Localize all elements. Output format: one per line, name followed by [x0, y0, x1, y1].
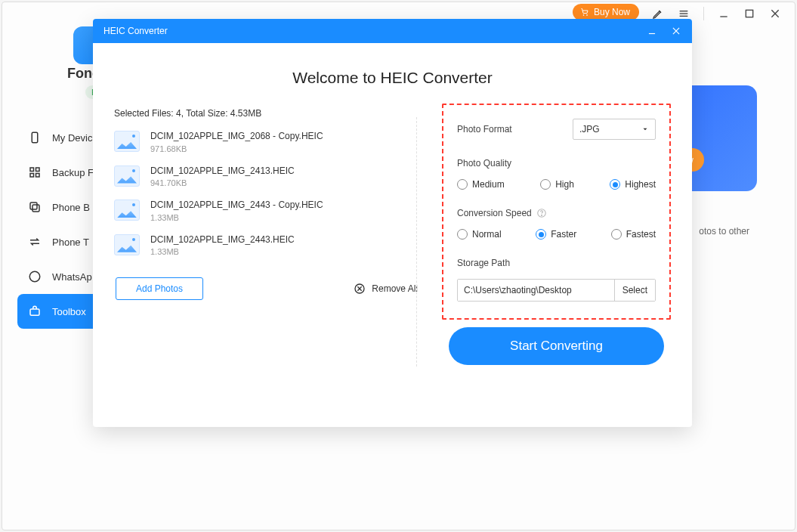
speed-option-fastest[interactable]: Fastest: [611, 229, 656, 240]
toolbox-icon: [28, 305, 42, 318]
edit-icon[interactable]: [652, 8, 664, 20]
speed-option-faster[interactable]: Faster: [536, 229, 576, 240]
grid-icon: [28, 165, 42, 179]
radio-icon: [610, 179, 620, 190]
svg-rect-13: [36, 174, 40, 178]
sidebar-item-label: Backup F: [52, 167, 94, 178]
svg-rect-17: [30, 309, 39, 315]
sidebar-item-label: WhatsAp: [52, 271, 92, 283]
file-row[interactable]: DCIM_102APPLE_IMG_2443.HEIC 1.33MB: [114, 230, 422, 264]
file-size: 1.33MB: [150, 213, 323, 222]
modal-minimize-icon[interactable]: [647, 26, 657, 36]
phone-icon: [28, 131, 42, 144]
storage-path-input[interactable]: [458, 280, 614, 301]
help-icon[interactable]: [536, 208, 547, 218]
file-name: DCIM_102APPLE_IMG_2443 - Copy.HEIC: [150, 200, 323, 212]
file-name: DCIM_102APPLE_IMG_2413.HEIC: [150, 165, 295, 178]
quality-option-high[interactable]: High: [540, 179, 574, 190]
divider: [703, 7, 704, 20]
radio-icon: [457, 179, 468, 190]
sidebar-item-label: My Devic: [52, 132, 92, 144]
radio-icon: [540, 179, 551, 190]
buy-now-label: Buy Now: [594, 7, 630, 17]
selection-summary: Selected Files: 4, Total Size: 4.53MB: [114, 108, 422, 119]
svg-point-1: [587, 15, 588, 16]
heic-converter-modal: HEIC Converter Welcome to HEIC Converter…: [93, 19, 692, 427]
svg-point-0: [583, 15, 584, 16]
file-thumb-icon: [114, 234, 140, 255]
file-size: 941.70KB: [150, 178, 295, 187]
radio-icon: [611, 229, 622, 240]
format-select[interactable]: .JPG: [573, 119, 656, 140]
file-list-panel: Selected Files: 4, Total Size: 4.53MB DC…: [114, 108, 422, 365]
remove-icon: [354, 283, 366, 295]
format-label: Photo Format: [457, 124, 512, 135]
format-value: .JPG: [579, 124, 600, 135]
settings-panel: Photo Format .JPG Photo Quality MediumHi…: [422, 108, 671, 365]
sidebar-item-label: Toolbox: [52, 306, 86, 317]
path-label: Storage Path: [457, 258, 656, 268]
quality-label: Photo Quality: [457, 158, 656, 169]
welcome-heading: Welcome to HEIC Converter: [114, 69, 671, 87]
svg-rect-12: [30, 174, 34, 178]
settings-highlight: Photo Format .JPG Photo Quality MediumHi…: [442, 104, 671, 320]
cart-icon: [580, 8, 589, 17]
select-path-button[interactable]: Select: [614, 280, 655, 301]
radio-label: Faster: [551, 229, 576, 240]
add-photos-button[interactable]: Add Photos: [116, 277, 203, 300]
chevron-down-icon: [641, 125, 649, 133]
sidebar-item-label: Phone B: [52, 202, 90, 213]
modal-title-text: HEIC Converter: [103, 26, 168, 36]
svg-rect-6: [746, 10, 752, 17]
modal-titlebar: HEIC Converter: [93, 19, 692, 43]
column-separator: [416, 117, 417, 367]
svg-point-16: [29, 271, 40, 282]
radio-label: Medium: [472, 179, 505, 190]
file-row[interactable]: DCIM_102APPLE_IMG_2413.HEIC 941.70KB: [114, 161, 422, 196]
file-row[interactable]: DCIM_102APPLE_IMG_2068 - Copy.HEIC 971.6…: [114, 126, 422, 161]
minimize-icon[interactable]: [718, 8, 730, 20]
radio-label: Fastest: [626, 229, 656, 240]
app-window: Buy Now Fone Fre My Devic Backup F Phone…: [2, 2, 795, 530]
radio-icon: [457, 229, 468, 240]
buy-now-button[interactable]: Buy Now: [573, 4, 639, 20]
svg-rect-11: [36, 168, 40, 172]
quality-option-highest[interactable]: Highest: [610, 179, 656, 190]
remove-all-button[interactable]: Remove All: [354, 283, 418, 295]
modal-close-icon[interactable]: [671, 26, 681, 36]
radio-label: Normal: [472, 229, 502, 240]
bg-note: otos to other: [699, 226, 749, 237]
quality-option-medium[interactable]: Medium: [457, 179, 505, 190]
radio-label: Highest: [625, 179, 656, 190]
speed-option-normal[interactable]: Normal: [457, 229, 502, 240]
remove-all-label: Remove All: [372, 283, 418, 294]
file-thumb-icon: [114, 200, 140, 221]
transfer-icon: [28, 235, 42, 249]
radio-icon: [536, 229, 546, 240]
menu-icon[interactable]: [678, 8, 690, 20]
svg-rect-15: [30, 203, 37, 209]
file-name: DCIM_102APPLE_IMG_2443.HEIC: [150, 234, 295, 246]
svg-point-25: [541, 215, 542, 215]
speed-label: Conversion Speed: [457, 208, 656, 218]
file-name: DCIM_102APPLE_IMG_2068 - Copy.HEIC: [150, 131, 323, 143]
file-size: 971.68KB: [150, 144, 323, 153]
modal-body: Welcome to HEIC Converter Selected Files…: [93, 43, 692, 380]
radio-label: High: [555, 179, 574, 190]
close-icon[interactable]: [769, 8, 781, 20]
start-converting-button[interactable]: Start Converting: [449, 327, 664, 365]
file-thumb-icon: [114, 165, 140, 187]
svg-rect-9: [32, 132, 38, 143]
file-size: 1.33MB: [150, 247, 295, 256]
svg-rect-14: [32, 205, 39, 212]
svg-rect-10: [30, 168, 34, 172]
file-row[interactable]: DCIM_102APPLE_IMG_2443 - Copy.HEIC 1.33M…: [114, 195, 422, 230]
chat-icon: [28, 270, 42, 283]
storage-path-row: Select: [457, 279, 656, 302]
file-thumb-icon: [114, 131, 140, 152]
copy-icon: [28, 200, 42, 214]
sidebar-item-label: Phone T: [52, 237, 89, 248]
maximize-icon[interactable]: [743, 8, 755, 20]
